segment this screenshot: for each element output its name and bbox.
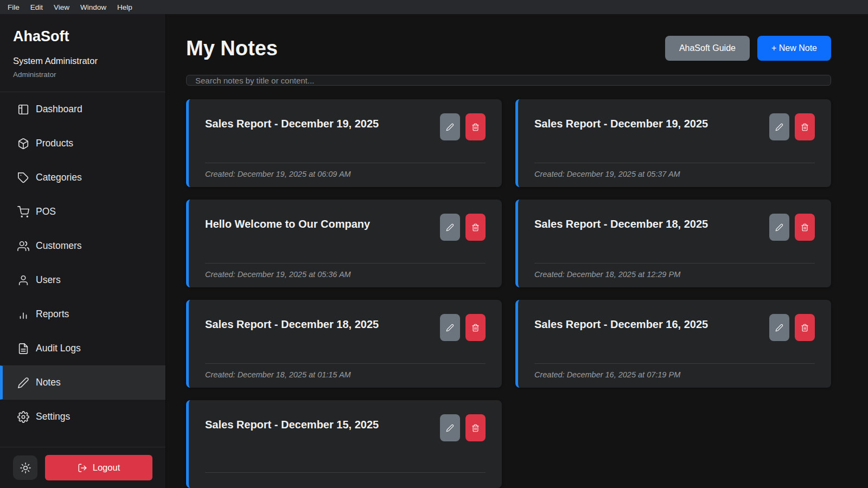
note-title: Sales Report - December 18, 2025 bbox=[534, 214, 708, 230]
sidebar-header: AhaSoft System Administrator Administrat… bbox=[0, 14, 165, 92]
sidebar-item-reports[interactable]: Reports bbox=[0, 297, 165, 331]
trash-icon bbox=[801, 324, 809, 332]
note-title: Sales Report - December 19, 2025 bbox=[534, 113, 708, 130]
logout-label: Logout bbox=[93, 463, 120, 473]
search-input[interactable] bbox=[186, 75, 831, 86]
theme-toggle-button[interactable] bbox=[13, 455, 37, 480]
trash-icon bbox=[471, 424, 480, 432]
note-created: Created: December 19, 2025 at 06:09 AM bbox=[205, 170, 486, 178]
logout-icon bbox=[78, 463, 87, 473]
menu-item-window[interactable]: Window bbox=[75, 0, 112, 14]
sidebar-item-dashboard[interactable]: Dashboard bbox=[0, 92, 165, 126]
trash-icon bbox=[471, 324, 480, 332]
note-divider bbox=[534, 163, 815, 163]
pencil-icon bbox=[775, 223, 783, 232]
logout-button[interactable]: Logout bbox=[45, 455, 152, 480]
notes-grid: Sales Report - December 19, 2025 Created… bbox=[186, 99, 831, 488]
note-title: Sales Report - December 16, 2025 bbox=[534, 314, 708, 331]
trash-icon bbox=[801, 123, 809, 131]
delete-note-button[interactable] bbox=[795, 214, 815, 241]
app-brand: AhaSoft bbox=[13, 28, 152, 45]
menu-item-file[interactable]: File bbox=[2, 0, 25, 14]
dashboard-icon bbox=[17, 104, 29, 115]
bar-chart-icon bbox=[17, 309, 29, 320]
pencil-icon bbox=[446, 123, 454, 131]
sidebar-item-notes[interactable]: Notes bbox=[0, 365, 165, 400]
note-card: Hello Welcome to Our Company Created: De… bbox=[186, 200, 502, 287]
delete-note-button[interactable] bbox=[465, 414, 486, 441]
sidebar-item-audit-logs[interactable]: Audit Logs bbox=[0, 331, 165, 365]
trash-icon bbox=[801, 223, 809, 232]
delete-note-button[interactable] bbox=[465, 314, 486, 341]
edit-note-button[interactable] bbox=[769, 113, 789, 140]
note-created: Created: December 16, 2025 at 07:19 PM bbox=[534, 370, 815, 379]
sun-icon bbox=[20, 463, 31, 473]
new-note-button[interactable]: + New Note bbox=[757, 36, 831, 61]
ahasoft-guide-button[interactable]: AhaSoft Guide bbox=[665, 36, 750, 61]
sidebar-item-label: Products bbox=[36, 138, 73, 149]
edit-note-button[interactable] bbox=[440, 414, 460, 441]
delete-note-button[interactable] bbox=[795, 113, 815, 140]
note-divider bbox=[534, 363, 815, 364]
sidebar-item-label: Categories bbox=[36, 172, 82, 183]
note-card: Sales Report - December 18, 2025 Created… bbox=[515, 200, 831, 287]
sidebar-item-products[interactable]: Products bbox=[0, 126, 165, 160]
edit-note-button[interactable] bbox=[440, 113, 460, 140]
menu-item-view[interactable]: View bbox=[48, 0, 75, 14]
sidebar-item-label: POS bbox=[36, 206, 56, 217]
sidebar-item-settings[interactable]: Settings bbox=[0, 400, 165, 434]
sidebar-item-users[interactable]: Users bbox=[0, 263, 165, 297]
note-divider bbox=[534, 263, 815, 264]
note-card: Sales Report - December 19, 2025 Created… bbox=[515, 99, 831, 187]
note-card: Sales Report - December 19, 2025 Created… bbox=[186, 99, 502, 187]
edit-note-button[interactable] bbox=[440, 214, 460, 241]
note-title: Hello Welcome to Our Company bbox=[205, 214, 370, 230]
delete-note-button[interactable] bbox=[465, 214, 486, 241]
pencil-icon bbox=[446, 324, 454, 332]
sidebar-item-categories[interactable]: Categories bbox=[0, 160, 165, 195]
note-card: Sales Report - December 18, 2025 Created… bbox=[186, 300, 502, 388]
user-name: System Administrator bbox=[13, 56, 152, 66]
sidebar-item-label: Dashboard bbox=[36, 104, 82, 115]
note-divider bbox=[205, 263, 486, 264]
tag-icon bbox=[17, 172, 29, 184]
edit-note-button[interactable] bbox=[440, 314, 460, 341]
delete-note-button[interactable] bbox=[795, 314, 815, 341]
note-card: Sales Report - December 15, 2025 bbox=[186, 400, 502, 488]
sidebar-item-label: Settings bbox=[36, 411, 70, 422]
sidebar-item-label: Notes bbox=[36, 377, 61, 388]
edit-note-button[interactable] bbox=[769, 214, 789, 241]
sidebar-footer: Logout bbox=[0, 447, 165, 488]
sidebar-item-customers[interactable]: Customers bbox=[0, 229, 165, 263]
page-title: My Notes bbox=[186, 37, 278, 60]
note-created: Created: December 19, 2025 at 05:37 AM bbox=[534, 170, 815, 178]
edit-note-button[interactable] bbox=[769, 314, 789, 341]
trash-icon bbox=[471, 123, 480, 131]
pen-icon bbox=[17, 377, 29, 389]
sidebar-nav: Dashboard Products Categories POS Custom… bbox=[0, 92, 165, 434]
users-icon bbox=[17, 240, 29, 252]
trash-icon bbox=[471, 223, 480, 232]
note-divider bbox=[205, 163, 486, 163]
menu-item-help[interactable]: Help bbox=[112, 0, 138, 14]
note-card: Sales Report - December 16, 2025 Created… bbox=[515, 300, 831, 388]
note-divider bbox=[205, 363, 486, 364]
menu-item-edit[interactable]: Edit bbox=[25, 0, 48, 14]
sidebar-item-label: Users bbox=[36, 274, 61, 286]
main-content: My Notes AhaSoft Guide + New Note Sales … bbox=[166, 14, 868, 488]
note-created: Created: December 18, 2025 at 01:15 AM bbox=[205, 370, 486, 379]
sidebar: AhaSoft System Administrator Administrat… bbox=[0, 14, 166, 488]
delete-note-button[interactable] bbox=[465, 113, 486, 140]
user-role: Administrator bbox=[13, 70, 152, 79]
sidebar-spacer bbox=[0, 434, 165, 447]
user-icon bbox=[17, 274, 29, 286]
header-actions: AhaSoft Guide + New Note bbox=[665, 36, 831, 61]
note-divider bbox=[205, 472, 486, 473]
sidebar-item-label: Customers bbox=[36, 240, 82, 252]
note-title: Sales Report - December 15, 2025 bbox=[205, 414, 379, 431]
note-title: Sales Report - December 18, 2025 bbox=[205, 314, 379, 331]
app-window: FileEditViewWindowHelp AhaSoft System Ad… bbox=[0, 0, 868, 488]
note-created: Created: December 18, 2025 at 12:29 PM bbox=[534, 270, 815, 279]
note-created: Created: December 19, 2025 at 05:36 AM bbox=[205, 270, 486, 279]
sidebar-item-pos[interactable]: POS bbox=[0, 195, 165, 229]
